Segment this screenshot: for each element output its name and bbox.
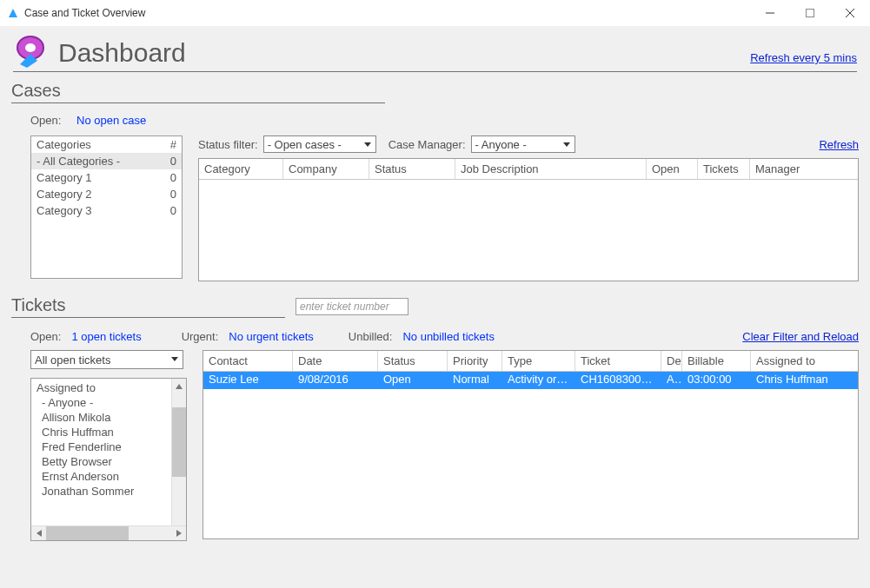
close-button[interactable] (830, 0, 870, 26)
tickets-urgent-value[interactable]: No urgent tickets (229, 330, 314, 343)
assignee-hscroll[interactable] (31, 525, 186, 540)
titlebar: Case and Ticket Overview (0, 0, 870, 26)
assignee-item[interactable]: Ernst Anderson (31, 469, 186, 484)
tickets-summary-row: Open: 1 open tickets Urgent: No urgent t… (30, 330, 859, 343)
page-title: Dashboard (58, 40, 186, 68)
col-open[interactable]: Open (647, 159, 698, 179)
case-manager-select[interactable]: - Anyone - (471, 135, 575, 153)
assignee-listbox[interactable]: Assigned to - Anyone - Allison Mikola Ch… (30, 378, 187, 541)
svg-marker-0 (9, 9, 17, 17)
svg-marker-8 (364, 142, 371, 147)
status-filter-label: Status filter: (198, 138, 258, 151)
col-tickets[interactable]: Tickets (698, 159, 750, 179)
cases-grid-header: Category Company Status Job Description … (199, 159, 858, 180)
svg-marker-9 (563, 142, 570, 147)
col-type[interactable]: Type (502, 351, 575, 371)
tickets-open-value[interactable]: 1 open tickets (71, 330, 141, 343)
tickets-unbilled-value[interactable]: No unbilled tickets (402, 330, 495, 343)
col-category[interactable]: Category (199, 159, 283, 179)
app-icon (7, 7, 19, 19)
svg-marker-13 (176, 530, 182, 537)
svg-marker-12 (37, 530, 42, 537)
col-assigned[interactable]: Assigned to (751, 351, 858, 371)
cases-open-label: Open: (30, 114, 61, 127)
categories-header: Categories # (31, 136, 182, 153)
tickets-unbilled-label: Unbilled: (349, 330, 393, 343)
svg-point-6 (25, 43, 36, 52)
tickets-grid[interactable]: Contact Date Status Priority Type Ticket… (203, 350, 859, 539)
col-ticket[interactable]: Ticket (575, 351, 661, 371)
col-billable[interactable]: Billable (682, 351, 751, 371)
case-manager-label: Case Manager: (389, 138, 466, 151)
clear-filter-link[interactable]: Clear Filter and Reload (742, 330, 859, 343)
assignee-vscroll[interactable] (171, 379, 186, 525)
cases-open-summary: Open: No open case (30, 114, 859, 127)
status-filter-select[interactable]: - Open cases - (263, 135, 376, 153)
scroll-up-icon[interactable] (172, 379, 186, 393)
tickets-urgent-label: Urgent: (182, 330, 219, 343)
scroll-right-icon[interactable] (171, 526, 186, 540)
tickets-grid-header: Contact Date Status Priority Type Ticket… (203, 351, 858, 372)
col-contact[interactable]: Contact (203, 351, 293, 371)
col-job-description[interactable]: Job Description (455, 159, 647, 179)
category-item[interactable]: Category 3 0 (31, 202, 182, 219)
assignee-item[interactable]: Betty Browser (31, 454, 186, 469)
tickets-open-label: Open: (30, 330, 61, 343)
category-item[interactable]: Category 2 0 (31, 186, 182, 202)
assignee-item-anyone[interactable]: - Anyone - (31, 395, 186, 410)
svg-marker-11 (176, 384, 183, 389)
assignee-item[interactable]: Fred Fenderline (31, 439, 186, 454)
category-item-all[interactable]: - All Categories - 0 (31, 153, 182, 169)
minimize-button[interactable] (750, 0, 790, 26)
cases-refresh-link[interactable]: Refresh (819, 138, 859, 151)
ticket-filter-select[interactable]: All open tickets (30, 350, 183, 369)
enter-ticket-input[interactable]: enter ticket number (296, 298, 408, 315)
chevron-down-icon (169, 353, 181, 365)
ticket-row[interactable]: Suzie Lee 9/08/2016 Open Normal Activity… (203, 372, 858, 389)
scroll-thumb[interactable] (46, 526, 129, 540)
col-de[interactable]: De (661, 351, 682, 371)
refresh-interval-link[interactable]: Refresh every 5 mins (750, 51, 857, 68)
cases-filter-row: Status filter: - Open cases - Case Manag… (198, 135, 859, 153)
col-company[interactable]: Company (283, 159, 369, 179)
col-date[interactable]: Date (293, 351, 378, 371)
col-status[interactable]: Status (369, 159, 455, 179)
col-priority[interactable]: Priority (448, 351, 502, 371)
chevron-down-icon (362, 138, 374, 150)
dashboard-logo-icon (13, 31, 50, 68)
category-item[interactable]: Category 1 0 (31, 169, 182, 186)
window-title: Case and Ticket Overview (24, 7, 145, 19)
page-header: Dashboard Refresh every 5 mins (13, 26, 857, 72)
cases-open-value[interactable]: No open case (76, 114, 146, 127)
tickets-heading: Tickets (11, 295, 285, 318)
assignee-item[interactable]: Allison Mikola (31, 410, 186, 425)
cases-grid[interactable]: Category Company Status Job Description … (198, 158, 859, 281)
scroll-thumb[interactable] (172, 407, 186, 477)
cases-heading: Cases (11, 81, 385, 103)
maximize-button[interactable] (790, 0, 830, 26)
page: Dashboard Refresh every 5 mins Cases Ope… (0, 26, 870, 588)
assignee-item[interactable]: Jonathan Sommer (31, 484, 186, 499)
assignee-header: Assigned to (31, 380, 186, 395)
assignee-item[interactable]: Chris Huffman (31, 425, 186, 439)
col-status[interactable]: Status (378, 351, 448, 371)
categories-listbox[interactable]: Categories # - All Categories - 0 Catego… (30, 135, 183, 279)
svg-marker-10 (171, 357, 178, 361)
chevron-down-icon (561, 138, 573, 150)
col-manager[interactable]: Manager (750, 159, 858, 179)
scroll-left-icon[interactable] (31, 526, 46, 540)
svg-rect-2 (807, 10, 814, 17)
